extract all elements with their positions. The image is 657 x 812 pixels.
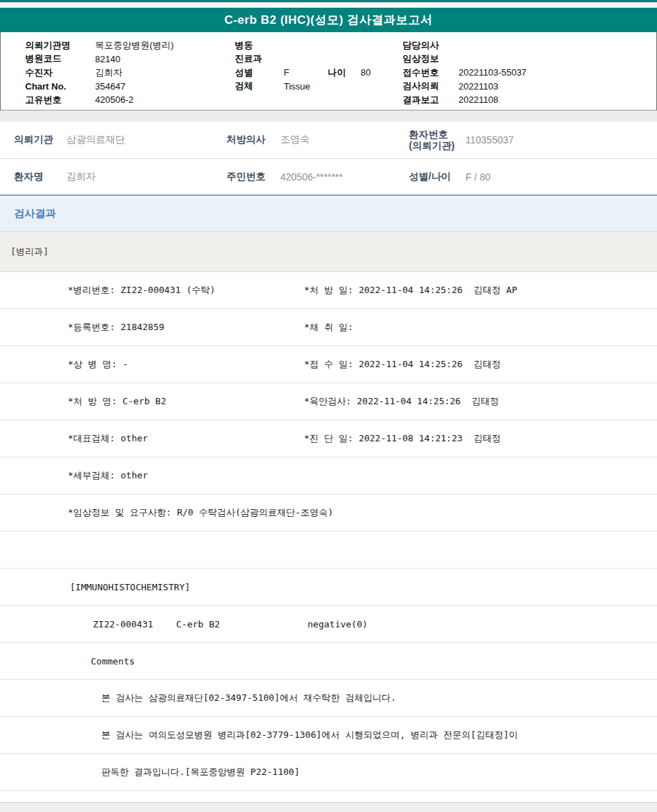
detail-right: *채 취 일: (304, 321, 353, 334)
detail-right: *처 방 일: 2022-11-04 14:25:26 김태정 AP (304, 284, 517, 297)
info-label: 접수번호 (403, 66, 459, 79)
detail-right: *진 단 일: 2022-11-08 14:21:23 김태정 (304, 432, 501, 445)
info-label: 결과보고 (403, 94, 459, 106)
info-label: 의뢰기관명 (25, 39, 95, 52)
comment-line: 판독한 결과입니다.[목포중앙병원 P22-1100] (101, 766, 300, 778)
info-row: 검사의뢰20221103 (403, 80, 526, 94)
detail-left: *대표검체: other (68, 432, 148, 445)
result-section-heading: 검사결과 (0, 196, 657, 232)
detail-row-pathology-number: *병리번호: ZI22-000431 (수탁) *처 방 일: 2022-11-… (0, 272, 657, 309)
info-value: 354647 (95, 81, 125, 92)
patient-number-label-line2: (의뢰기관) (409, 140, 454, 151)
info-label: 고유번호 (25, 94, 95, 106)
prescribing-doctor-value: 조영숙 (280, 134, 310, 146)
comment-line: 본 검사는 삼광의료재단[02-3497-5100]에서 재수탁한 검체입니다. (101, 692, 396, 704)
detail-row-sub-specimen: *세부검체: other (0, 457, 657, 494)
info-column-specimen: 병동 진료과 성별F나이80 검체Tissue (235, 38, 370, 93)
info-value: F (284, 67, 328, 78)
info-label: Chart No. (25, 81, 95, 92)
patient-name-value: 김희자 (66, 171, 96, 183)
info-label: 병동 (235, 39, 284, 52)
info-row: 검체Tissue (235, 80, 370, 94)
specimen-number: ZI22-000431 (93, 619, 153, 629)
info-column-reception: 담당의사 임상정보 접수번호20221103-55037 검사의뢰2022110… (403, 38, 526, 107)
ihc-result-row: ZI22-000431 C-erb B2 negative(0) (0, 606, 657, 643)
comment-line: 본 검사는 여의도성모병원 병리과[02-3779-1306]에서 시행되었으며… (101, 729, 518, 741)
detail-row-prescription-name: *처 방 명: C-erb B2 *육안검사: 2022-11-04 14:25… (0, 383, 657, 420)
patient-row-referral: 의뢰기관 삼광의료재단 처방의사 조영숙 환자번호(의뢰기관) 11035503… (0, 122, 657, 159)
detail-right: *접 수 일: 2022-11-04 14:25:26 김태정 (304, 358, 501, 371)
info-value: 목포중앙병원(병리) (95, 39, 174, 52)
info-value: 420506-2 (95, 94, 133, 105)
info-label: 담당의사 (403, 39, 459, 52)
info-label-age: 나이 (328, 66, 361, 79)
info-value: 82140 (95, 54, 120, 64)
comment-row-1: 본 검사는 삼광의료재단[02-3497-5100]에서 재수탁한 검체입니다. (0, 680, 657, 717)
patient-name-label: 환자명 (14, 171, 43, 183)
info-label: 수진자 (25, 66, 95, 79)
prescribing-doctor-label: 처방의사 (226, 134, 266, 146)
info-value: Tissue (284, 81, 328, 92)
detail-row-main-specimen: *대표검체: other *진 단 일: 2022-11-08 14:21:23… (0, 420, 657, 457)
header-info-box: 의뢰기관명목포중앙병원(병리) 병원코드82140 수진자김희자 Chart N… (0, 32, 657, 111)
info-label: 병원코드 (25, 52, 95, 65)
blank-row (0, 532, 657, 569)
top-gap (0, 3, 657, 8)
detail-left: *상 병 명: - (68, 358, 128, 371)
info-row: 병원코드82140 (25, 52, 174, 66)
info-row: 고유번호420506-2 (25, 93, 174, 107)
test-result-value: negative(0) (308, 619, 368, 629)
info-row: Chart No.354647 (25, 80, 174, 94)
info-label: 검체 (235, 80, 284, 92)
patient-number-label-line1: 환자번호 (409, 129, 448, 140)
detail-left: *등록번호: 21842859 (68, 321, 164, 334)
detail-left: *병리번호: ZI22-000431 (수탁) (68, 284, 215, 297)
info-label: 성별 (235, 66, 284, 79)
info-value: 20221103 (459, 81, 498, 92)
report-title: C-erb B2 (IHC)(성모) 검사결과보고서 (224, 13, 433, 27)
info-label: 검사의뢰 (403, 80, 459, 92)
result-heading-text: 검사결과 (14, 207, 56, 220)
info-row: 병동 (235, 38, 370, 52)
info-value: 김희자 (95, 66, 122, 79)
patient-number-label: 환자번호(의뢰기관) (409, 129, 454, 151)
sex-age-label: 성별/나이 (409, 171, 451, 183)
info-label: 임상정보 (403, 52, 459, 65)
referral-org-label: 의뢰기관 (14, 134, 53, 146)
referral-org-value: 삼광의료재단 (66, 134, 125, 146)
info-label: 진료과 (235, 52, 284, 65)
info-row: 임상정보 (403, 52, 526, 66)
detail-left: *세부검체: other (68, 469, 148, 482)
info-row: 접수번호20221103-55037 (403, 66, 526, 80)
detail-row-diagnosis-name: *상 병 명: - *접 수 일: 2022-11-04 14:25:26 김태… (0, 346, 657, 383)
ihc-section-row: [IMMUNOHISTOCHEMISTRY] (0, 569, 657, 606)
info-row: 의뢰기관명목포중앙병원(병리) (25, 38, 174, 52)
info-row: 수진자김희자 (25, 66, 174, 80)
comments-header-row: Comments (0, 643, 657, 680)
resident-number-label: 주민번호 (226, 171, 266, 183)
sex-age-value: F / 80 (465, 171, 491, 183)
info-value-age: 80 (361, 67, 370, 78)
patient-number-value: 110355037 (465, 134, 514, 145)
lab-report-page: { "colors": { "teal_accent": "#00827d", … (0, 0, 657, 812)
detail-row-clinical-info: *임상정보 및 요구사항: R/0 수탁검사(삼광의료재단-조영숙) (0, 494, 657, 532)
info-row: 진료과 (235, 52, 370, 66)
detail-row-registration-number: *등록번호: 21842859 *채 취 일: (0, 309, 657, 346)
info-value: 20221103-55037 (459, 67, 526, 78)
resident-number-value: 420506-******* (280, 171, 343, 183)
info-row: 결과보고20221108 (403, 93, 526, 107)
info-row: 성별F나이80 (235, 66, 370, 80)
footer-strip (0, 802, 657, 812)
info-value: 20221108 (459, 94, 498, 105)
department-name: [병리과] (10, 245, 49, 258)
section-divider (0, 111, 657, 122)
department-row: [병리과] (0, 232, 657, 272)
test-name: C-erb B2 (176, 619, 220, 629)
comment-row-2: 본 검사는 여의도성모병원 병리과[02-3779-1306]에서 시행되었으며… (0, 717, 657, 754)
detail-right: *육안검사: 2022-11-04 14:25:26 김태정 (304, 395, 499, 408)
comments-label: Comments (91, 656, 135, 667)
patient-row-identity: 환자명 김희자 주민번호 420506-******* 성별/나이 F / 80 (0, 159, 657, 196)
comment-row-3: 판독한 결과입니다.[목포중앙병원 P22-1100] (0, 754, 657, 791)
detail-left: *임상정보 및 요구사항: R/0 수탁검사(삼광의료재단-조영숙) (68, 506, 333, 519)
report-title-bar: C-erb B2 (IHC)(성모) 검사결과보고서 (0, 8, 657, 32)
